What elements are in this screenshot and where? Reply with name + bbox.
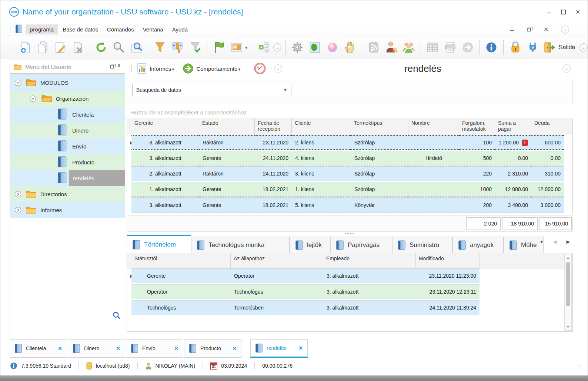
users-group-icon[interactable]	[401, 39, 417, 56]
doctab-clientela[interactable]: Clientela✕	[10, 339, 67, 358]
collapse-icon[interactable]	[29, 95, 36, 102]
doctab-envio[interactable]: Envío✕	[126, 339, 183, 358]
delete-record-icon[interactable]	[69, 39, 85, 56]
column-header[interactable]: Nombre	[408, 118, 459, 135]
go-forward-icon[interactable]	[460, 39, 475, 56]
report-overflow-icon[interactable]: ⌄	[274, 64, 282, 73]
feed-icon[interactable]	[366, 39, 382, 56]
close-tab-icon[interactable]: ✕	[298, 345, 303, 351]
tree-item-organizacion[interactable]: Organización	[10, 91, 125, 107]
table-row[interactable]: 2. alkalmazott Raktáron 24.11.2020 3. kl…	[127, 166, 572, 182]
user-key-icon[interactable]	[383, 39, 399, 56]
close-tab-icon[interactable]: ✕	[174, 345, 178, 351]
table-icon[interactable]	[425, 39, 441, 56]
tree-item-directorios[interactable]: Directorios	[10, 186, 125, 202]
info-icon[interactable]	[484, 39, 500, 56]
exit-button[interactable]: Salida	[542, 41, 575, 54]
mdi-close-button[interactable]: ✕	[544, 27, 548, 32]
behavior-icon[interactable]	[182, 63, 194, 74]
column-header[interactable]: Gerente	[131, 118, 199, 135]
tree-item-producto[interactable]: Producto	[10, 154, 125, 170]
filter-check-icon[interactable]	[187, 39, 203, 56]
scroll-up-icon[interactable]: ▲	[567, 254, 570, 261]
splitter-handle[interactable]: ••••••	[127, 232, 573, 235]
mdi-chevron-icon[interactable]: ⌄	[561, 26, 569, 34]
column-header[interactable]: Terméktípus	[351, 118, 408, 135]
scroll-down-icon[interactable]: ▼	[567, 324, 570, 330]
tab-list-dropdown-icon[interactable]: ▼	[539, 239, 544, 244]
toolbar-overflow-icon[interactable]: ⌄	[273, 43, 281, 51]
tab-muhely[interactable]: Műhe	[504, 237, 544, 253]
sidebar-pin-icon[interactable]	[117, 64, 121, 69]
toolbar-overflow2-icon[interactable]: ⌄	[579, 43, 588, 51]
informes-dropdown[interactable]: Informes ▼	[150, 66, 175, 72]
hand-icon[interactable]	[342, 39, 358, 56]
sidebar-restore-button[interactable]	[110, 65, 114, 68]
filter-icon[interactable]	[152, 39, 168, 56]
tree-item-envio[interactable]: Envío	[10, 138, 125, 154]
tab-suministro[interactable]: Suministro	[392, 237, 452, 253]
tab-papirvagas[interactable]: Papírvágás	[330, 237, 392, 253]
expand-icon[interactable]	[14, 191, 21, 198]
resize-grip[interactable]: ∙∙∙∙∙	[577, 363, 582, 368]
tab-technologus-munka[interactable]: Technológus munka	[191, 237, 290, 253]
tree-item-rendeles-selected[interactable]: rendelés	[10, 170, 125, 186]
search-input[interactable]: Búsqueda de datos ▼	[132, 84, 291, 96]
table-row[interactable]: 1. alkalmazott Gerente 18.02.2021 1. kli…	[127, 182, 572, 197]
column-header[interactable]: Deuda	[531, 118, 564, 135]
column-header[interactable]: Empleado	[323, 253, 416, 268]
table-row[interactable]: Operátor Technológus 3. alkalmazott 23.1…	[127, 284, 572, 300]
table-row[interactable]: ▶ Gerente Operátor 3. alkalmazott 23.11.…	[127, 268, 572, 284]
close-tab-icon[interactable]: ✕	[116, 345, 120, 351]
vertical-scrollbar[interactable]: ▲ ▼	[564, 254, 572, 331]
search-table-icon[interactable]	[128, 39, 144, 56]
tree-item-modulos[interactable]: MODULOS	[10, 75, 125, 91]
column-header[interactable]: Státusztól	[131, 253, 231, 268]
column-header[interactable]: Estado	[199, 118, 255, 135]
tree-item-dinero[interactable]: Dinero	[10, 123, 125, 138]
expand-icon[interactable]	[14, 207, 21, 214]
table-row[interactable]: 3. alkalmazott Gerente 18.02.2021 5. kli…	[127, 197, 572, 213]
filter-edit-icon[interactable]	[170, 39, 186, 56]
column-header[interactable]: Forgalom, másolatok	[459, 118, 495, 135]
clock-icon[interactable]	[253, 62, 267, 75]
edit-record-icon[interactable]	[52, 39, 68, 56]
map-icon[interactable]	[307, 39, 323, 56]
column-header[interactable]: Suma a pagar	[495, 118, 531, 135]
close-tab-icon[interactable]: ✕	[58, 345, 62, 351]
mdi-minimize-button[interactable]	[510, 28, 514, 31]
support-panel-header[interactable]: Technikai támogatás	[10, 337, 125, 337]
tree-item-clientela[interactable]: Clientela	[10, 107, 125, 123]
search-dropdown-caret[interactable]: ▼	[283, 88, 287, 92]
column-header[interactable]: Modificado	[416, 253, 480, 268]
menu-ventana[interactable]: Ventana	[138, 24, 168, 34]
close-tab-icon[interactable]: ✕	[232, 345, 237, 351]
column-header[interactable]: Az állapothoz	[231, 253, 323, 268]
minimize-button[interactable]	[547, 10, 551, 13]
menu-programa[interactable]: programa	[26, 24, 58, 34]
doctab-dinero[interactable]: Dinero✕	[68, 339, 125, 358]
close-button[interactable]: ✕	[575, 10, 580, 14]
maximize-button[interactable]	[561, 10, 566, 14]
plug-icon[interactable]	[525, 39, 541, 56]
column-header[interactable]: Fecha de recepción	[255, 118, 292, 135]
menu-ayuda[interactable]: Ayuda	[168, 24, 192, 34]
expand-rows-icon[interactable]	[256, 39, 272, 56]
collapse-icon[interactable]	[14, 79, 21, 86]
tree-search-icon[interactable]	[112, 311, 121, 321]
table-row[interactable]: Technológus Termelésben 3. alkalmazott 2…	[127, 300, 572, 316]
refresh-icon[interactable]	[93, 39, 109, 56]
column-header[interactable]: Cliente	[292, 118, 351, 135]
print-icon[interactable]	[442, 39, 458, 56]
picture-dropdown-caret[interactable]: ▼	[244, 46, 248, 50]
table-row[interactable]: ▶ 3. alkalmazott Raktáron 23.11.2020 2. …	[127, 135, 572, 151]
doctab-producto[interactable]: Producto✕	[184, 339, 241, 358]
doctab-rendeles[interactable]: rendelés✕	[250, 339, 308, 358]
lock-icon[interactable]	[507, 39, 523, 56]
menu-base-de-datos[interactable]: Base de datos	[58, 24, 103, 34]
new-record-icon[interactable]	[17, 39, 33, 56]
comportamiento-dropdown[interactable]: Comportamiento ▼	[196, 66, 241, 72]
color-sphere-icon[interactable]	[324, 39, 340, 56]
copy-record-icon[interactable]	[34, 39, 50, 56]
tab-anyagok[interactable]: anyagok	[452, 237, 504, 253]
